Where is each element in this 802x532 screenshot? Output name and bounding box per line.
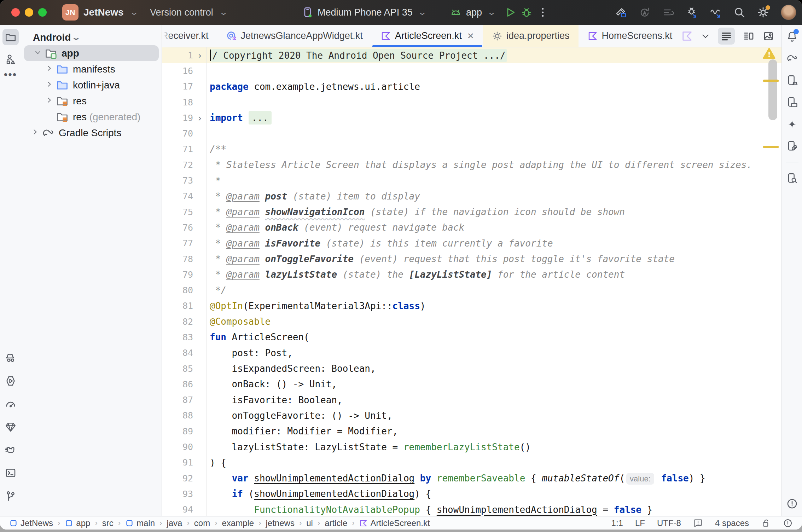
device-explorer-icon[interactable]: [786, 140, 798, 152]
inspection-warning-icon[interactable]: [762, 47, 776, 60]
editor-view-mode-button[interactable]: [718, 28, 735, 45]
tab-idea-properties[interactable]: idea.properties: [483, 25, 579, 47]
more-tool-windows-button[interactable]: •••: [4, 73, 17, 76]
code-line-17[interactable]: 17package com.example.jetnews.ui.article: [162, 79, 781, 94]
code-line-85[interactable]: 85 isExpandedScreen: Boolean,: [162, 361, 781, 376]
error-circle-icon[interactable]: [783, 518, 793, 528]
line-number[interactable]: 93: [162, 489, 193, 499]
code-editor[interactable]: 1›/ Copyright 2020 The Android Open Sour…: [162, 47, 781, 516]
chevron-down-icon[interactable]: [31, 48, 45, 58]
profile-app-icon[interactable]: [710, 6, 722, 18]
code-line-81[interactable]: 81@OptIn(ExperimentalMaterial3Api::class…: [162, 298, 781, 314]
line-number[interactable]: 16: [162, 66, 193, 76]
lock-open-icon[interactable]: [761, 518, 771, 528]
code-line-71[interactable]: 71/**: [162, 141, 781, 157]
tree-item-gradle-scripts[interactable]: Gradle Scripts: [21, 125, 162, 141]
line-number[interactable]: 79: [162, 270, 193, 280]
chevron-right-icon[interactable]: [28, 128, 42, 138]
gradle-tool-icon[interactable]: [786, 52, 798, 64]
close-icon[interactable]: ✕: [467, 31, 474, 41]
problems-icon[interactable]: [786, 498, 798, 510]
line-number[interactable]: 85: [162, 364, 193, 374]
scrollbar-warning-mark[interactable]: [763, 80, 779, 82]
warning-square-icon[interactable]: [693, 518, 703, 528]
run-tool-icon[interactable]: [5, 375, 17, 387]
tree-item-res-generated[interactable]: res (generated): [21, 109, 162, 125]
minimize-button[interactable]: [25, 8, 33, 17]
device-mirror-icon[interactable]: [786, 96, 798, 108]
breadcrumb-item-java[interactable]: java: [167, 518, 182, 528]
code-line-92[interactable]: 92 var showUnimplementedActionDialog by …: [162, 470, 781, 486]
code-line-84[interactable]: 84 post: Post,: [162, 345, 781, 361]
dashing-cat-icon[interactable]: [5, 444, 17, 456]
tree-item-res[interactable]: res: [21, 93, 162, 109]
tree-item-app[interactable]: app: [24, 45, 159, 61]
chevron-right-icon[interactable]: [42, 64, 56, 74]
hidden-tabs-dropdown[interactable]: [701, 30, 710, 42]
line-number[interactable]: 76: [162, 222, 193, 233]
search-everywhere-button[interactable]: [733, 6, 745, 18]
breadcrumb-item-jetnews[interactable]: JetNews: [9, 518, 53, 528]
code-line-73[interactable]: 73 *: [162, 173, 781, 188]
gemini-sparkle-icon[interactable]: [786, 118, 798, 130]
fold-chevron-icon[interactable]: ›: [193, 50, 207, 61]
line-number[interactable]: 72: [162, 160, 193, 170]
breadcrumb-item-example[interactable]: example: [222, 518, 254, 528]
code-line-94[interactable]: 94 FunctionalityNotAvailablePopup { show…: [162, 502, 781, 516]
breadcrumb-item-src[interactable]: src: [102, 518, 114, 528]
tab-homescreens-kt[interactable]: HomeScreens.kt: [579, 25, 681, 47]
code-line-16[interactable]: 16: [162, 63, 781, 79]
code-line-76[interactable]: 76 * @param onBack (event) request navig…: [162, 220, 781, 235]
code-line-72[interactable]: 72 * Stateless Article Screen that displ…: [162, 157, 781, 173]
code-line-91[interactable]: 91) {: [162, 455, 781, 470]
line-separator-widget[interactable]: LF: [635, 518, 645, 528]
breadcrumb-item-article[interactable]: article: [325, 518, 347, 528]
run-button[interactable]: [504, 6, 516, 18]
line-number[interactable]: 83: [162, 332, 193, 342]
breadcrumb-item-articlescreen-kt[interactable]: ArticleScreen.kt: [359, 518, 430, 528]
code-line-80[interactable]: 80 */: [162, 282, 781, 298]
code-line-70[interactable]: 70: [162, 126, 781, 141]
line-number[interactable]: 77: [162, 238, 193, 248]
code-line-79[interactable]: 79 * @param lazyListState (state) the [L…: [162, 267, 781, 282]
chevron-right-icon[interactable]: [42, 80, 56, 90]
line-number[interactable]: 18: [162, 97, 193, 108]
code-line-74[interactable]: 74 * @param post (state) item to display: [162, 189, 781, 204]
profiler-icon[interactable]: [5, 398, 17, 410]
code-line-1[interactable]: 1›/ Copyright 2020 The Android Open Sour…: [162, 47, 781, 63]
version-control-branch-icon[interactable]: [5, 490, 17, 502]
code-line-87[interactable]: 87 isFavorite: Boolean,: [162, 392, 781, 408]
breadcrumb-item-jetnews[interactable]: jetnews: [266, 518, 295, 528]
settings-button[interactable]: [757, 6, 769, 18]
scrollbar-warning-mark[interactable]: [763, 146, 779, 148]
line-number[interactable]: 70: [162, 128, 193, 139]
breadcrumb-item-ui[interactable]: ui: [306, 518, 313, 528]
line-number[interactable]: 88: [162, 410, 193, 421]
line-number[interactable]: 89: [162, 426, 193, 436]
line-number[interactable]: 84: [162, 348, 193, 358]
split-view-icon[interactable]: [743, 30, 755, 42]
run-configuration-selector[interactable]: app: [466, 7, 482, 18]
zoom-button[interactable]: [38, 8, 47, 17]
caret-position-widget[interactable]: 1:1: [611, 518, 623, 528]
code-line-83[interactable]: 83fun ArticleScreen(: [162, 329, 781, 345]
app-quality-insights-gem-icon[interactable]: [5, 421, 17, 433]
tab-jetnewsglanceappwidget-kt[interactable]: JetnewsGlanceAppWidget.kt: [217, 25, 372, 47]
indent-widget[interactable]: 4 spaces: [715, 518, 749, 528]
device-selector[interactable]: Medium Phone API 35 ⌄: [301, 0, 425, 25]
project-view-mode-selector[interactable]: Android ⌄: [21, 30, 162, 45]
line-number[interactable]: 19: [162, 113, 193, 123]
user-avatar[interactable]: [781, 5, 796, 20]
line-number[interactable]: 71: [162, 144, 193, 154]
code-line-18[interactable]: 18: [162, 94, 781, 110]
code-line-88[interactable]: 88 onToggleFavorite: () -> Unit,: [162, 408, 781, 423]
code-line-89[interactable]: 89 modifier: Modifier = Modifier,: [162, 423, 781, 439]
tree-item-kotlin-java[interactable]: kotlin+java: [21, 77, 162, 93]
line-number[interactable]: 75: [162, 207, 193, 217]
line-number[interactable]: 74: [162, 191, 193, 201]
line-number[interactable]: 1: [162, 50, 193, 60]
preview-image-icon[interactable]: [762, 30, 774, 42]
code-line-77[interactable]: 77 * @param isFavorite (state) is this i…: [162, 236, 781, 251]
version-control-menu[interactable]: Version control: [150, 7, 213, 18]
line-number[interactable]: 92: [162, 473, 193, 484]
